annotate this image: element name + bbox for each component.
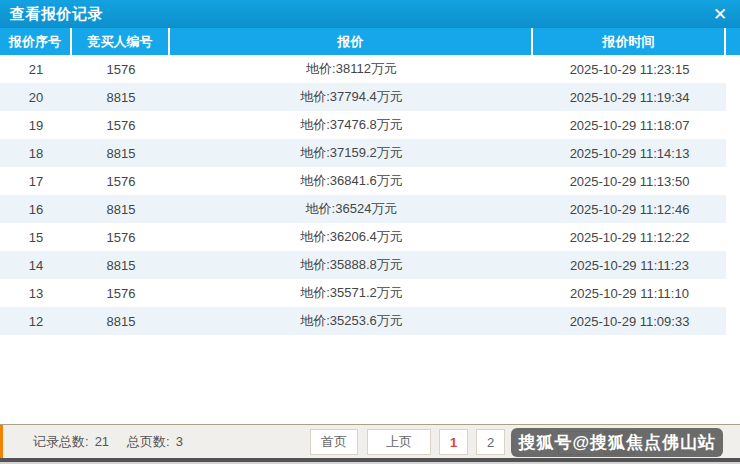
table-row: 151576地价:36206.4万元2025-10-29 11:12:22 xyxy=(0,223,726,251)
column-header-seq: 报价序号 xyxy=(0,28,72,55)
cell-price: 地价:35571.2万元 xyxy=(170,279,533,307)
column-header-bidder: 竞买人编号 xyxy=(72,28,170,55)
cell-time: 2025-10-29 11:23:15 xyxy=(533,55,726,83)
cell-bidder: 1576 xyxy=(72,223,170,251)
cell-seq: 12 xyxy=(0,307,72,335)
cell-time: 2025-10-29 11:14:13 xyxy=(533,139,726,167)
cell-price: 地价:37794.4万元 xyxy=(170,83,533,111)
cell-seq: 21 xyxy=(0,55,72,83)
cell-seq: 14 xyxy=(0,251,72,279)
cell-bidder: 8815 xyxy=(72,307,170,335)
bid-records-dialog: 查看报价记录 ✕ 报价序号 竞买人编号 报价 报价时间 211576地价:381… xyxy=(0,0,740,464)
cell-bidder: 8815 xyxy=(72,83,170,111)
cell-time: 2025-10-29 11:18:07 xyxy=(533,111,726,139)
cell-bidder: 1576 xyxy=(72,279,170,307)
cell-price: 地价:37476.8万元 xyxy=(170,111,533,139)
prev-page-button[interactable]: 上页 xyxy=(367,429,431,455)
cell-time: 2025-10-29 11:11:23 xyxy=(533,251,726,279)
cell-time: 2025-10-29 11:09:33 xyxy=(533,307,726,335)
total-pages-value: 3 xyxy=(176,434,183,449)
cell-bidder: 8815 xyxy=(72,195,170,223)
column-header-gutter xyxy=(726,28,740,55)
watermark-badge: 搜狐号@搜狐焦点佛山站 xyxy=(511,428,723,457)
table-row: 128815地价:35253.6万元2025-10-29 11:09:33 xyxy=(0,307,726,335)
column-header-price: 报价 xyxy=(170,28,533,55)
cell-time: 2025-10-29 11:13:50 xyxy=(533,167,726,195)
table-header: 报价序号 竞买人编号 报价 报价时间 xyxy=(0,28,740,55)
page-button-1[interactable]: 1 xyxy=(439,429,468,455)
total-pages-label: 总页数: xyxy=(127,433,170,451)
cell-seq: 13 xyxy=(0,279,72,307)
total-records-label: 记录总数: xyxy=(33,433,89,451)
page-button-2[interactable]: 2 xyxy=(476,429,505,455)
cell-seq: 16 xyxy=(0,195,72,223)
cell-price: 地价:38112万元 xyxy=(170,55,533,83)
table-row: 148815地价:35888.8万元2025-10-29 11:11:23 xyxy=(0,251,726,279)
table-row: 131576地价:35571.2万元2025-10-29 11:11:10 xyxy=(0,279,726,307)
cell-seq: 19 xyxy=(0,111,72,139)
cell-bidder: 1576 xyxy=(72,55,170,83)
close-icon[interactable]: ✕ xyxy=(710,6,730,23)
cell-bidder: 1576 xyxy=(72,167,170,195)
table-row: 171576地价:36841.6万元2025-10-29 11:13:50 xyxy=(0,167,726,195)
table-row: 191576地价:37476.8万元2025-10-29 11:18:07 xyxy=(0,111,726,139)
cell-seq: 15 xyxy=(0,223,72,251)
cell-bidder: 8815 xyxy=(72,251,170,279)
cell-seq: 18 xyxy=(0,139,72,167)
cell-time: 2025-10-29 11:11:10 xyxy=(533,279,726,307)
cell-price: 地价:35253.6万元 xyxy=(170,307,533,335)
cell-time: 2025-10-29 11:19:34 xyxy=(533,83,726,111)
column-header-time: 报价时间 xyxy=(533,28,726,55)
table-body: 211576地价:38112万元2025-10-29 11:23:1520881… xyxy=(0,55,726,335)
cell-price: 地价:36524万元 xyxy=(170,195,533,223)
cell-price: 地价:36206.4万元 xyxy=(170,223,533,251)
dialog-title: 查看报价记录 xyxy=(10,5,103,24)
cell-time: 2025-10-29 11:12:22 xyxy=(533,223,726,251)
cell-bidder: 8815 xyxy=(72,139,170,167)
cell-seq: 17 xyxy=(0,167,72,195)
cell-price: 地价:36841.6万元 xyxy=(170,167,533,195)
cell-bidder: 1576 xyxy=(72,111,170,139)
first-page-button[interactable]: 首页 xyxy=(310,429,358,455)
cell-price: 地价:35888.8万元 xyxy=(170,251,533,279)
cell-time: 2025-10-29 11:12:46 xyxy=(533,195,726,223)
cell-seq: 20 xyxy=(0,83,72,111)
total-records-value: 21 xyxy=(95,434,109,449)
accent-strip xyxy=(0,425,3,458)
record-stats: 记录总数: 21 总页数: 3 xyxy=(33,425,183,458)
table-row: 188815地价:37159.2万元2025-10-29 11:14:13 xyxy=(0,139,726,167)
table-row: 211576地价:38112万元2025-10-29 11:23:15 xyxy=(0,55,726,83)
dialog-titlebar: 查看报价记录 ✕ xyxy=(0,0,740,28)
table-row: 168815地价:36524万元2025-10-29 11:12:46 xyxy=(0,195,726,223)
cell-price: 地价:37159.2万元 xyxy=(170,139,533,167)
table-row: 208815地价:37794.4万元2025-10-29 11:19:34 xyxy=(0,83,726,111)
